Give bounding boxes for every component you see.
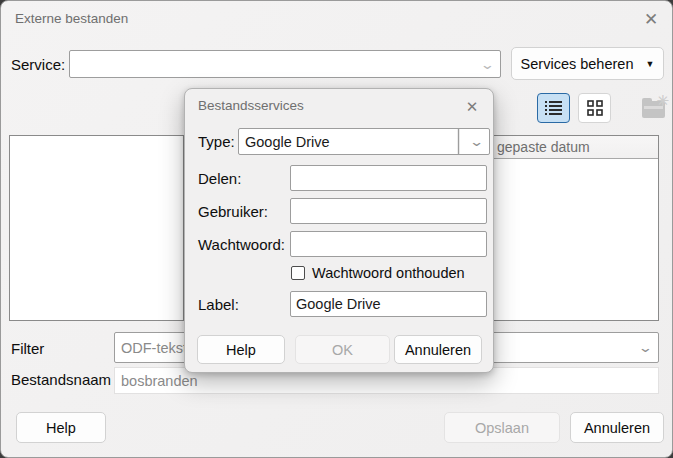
dialog-title: Externe bestanden bbox=[15, 11, 128, 26]
folder-tree-pane[interactable] bbox=[9, 135, 184, 321]
cancel-button[interactable]: Annuleren bbox=[570, 412, 664, 443]
remote-files-dialog: Externe bestanden ✕ Service: ⌄ Services … bbox=[0, 0, 673, 458]
grid-view-icon bbox=[587, 100, 603, 116]
column-header-modified-date[interactable]: gepaste datum bbox=[482, 136, 658, 159]
share-label: Delen: bbox=[198, 170, 241, 187]
type-combobox[interactable]: Google Drive ⌄ bbox=[238, 128, 490, 155]
chevron-down-icon: ⌄ bbox=[458, 129, 494, 154]
label-input[interactable] bbox=[290, 291, 487, 317]
password-input[interactable] bbox=[290, 231, 487, 257]
user-label: Gebruiker: bbox=[198, 203, 268, 220]
new-folder-icon: ✳ bbox=[642, 96, 667, 120]
chevron-down-icon: ⌄ bbox=[470, 58, 505, 71]
service-label: Service: bbox=[11, 56, 65, 73]
close-icon[interactable]: ✕ bbox=[640, 8, 662, 30]
subdialog-title: Bestandsservices bbox=[198, 98, 304, 113]
filename-label: Bestandsnaam bbox=[11, 371, 111, 388]
subdialog-close-icon[interactable]: ✕ bbox=[461, 95, 483, 117]
remember-password-label: Wachtwoord onthouden bbox=[312, 265, 465, 281]
save-button[interactable]: Opslaan bbox=[444, 412, 560, 443]
remember-password-checkbox[interactable] bbox=[291, 266, 305, 280]
chevron-down-icon: ⌄ bbox=[628, 341, 663, 354]
subdialog-cancel-button[interactable]: Annuleren bbox=[394, 335, 482, 364]
manage-services-label: Services beheren bbox=[521, 56, 634, 72]
grid-view-button[interactable] bbox=[578, 93, 611, 123]
list-view-icon bbox=[545, 100, 563, 116]
list-view-button[interactable] bbox=[537, 93, 570, 123]
subdialog-ok-button[interactable]: OK bbox=[295, 335, 390, 364]
password-label: Wachtwoord: bbox=[198, 236, 285, 253]
type-combobox-value: Google Drive bbox=[239, 134, 463, 150]
filename-value: bosbranden bbox=[121, 373, 198, 389]
file-services-dialog: Bestandsservices ✕ Type: Google Drive ⌄ … bbox=[184, 88, 494, 373]
user-input[interactable] bbox=[290, 198, 487, 224]
file-list-pane[interactable]: gepaste datum bbox=[481, 135, 659, 321]
label-label: Label: bbox=[198, 296, 239, 313]
subdialog-help-button[interactable]: Help bbox=[197, 335, 285, 364]
type-label: Type: bbox=[198, 133, 235, 150]
manage-services-button[interactable]: Services beheren ▼ bbox=[511, 47, 664, 80]
service-combobox[interactable]: ⌄ bbox=[69, 50, 501, 78]
help-button[interactable]: Help bbox=[16, 412, 106, 443]
caret-down-icon: ▼ bbox=[645, 59, 654, 69]
share-input[interactable] bbox=[290, 165, 487, 191]
filter-label: Filter bbox=[11, 340, 44, 357]
